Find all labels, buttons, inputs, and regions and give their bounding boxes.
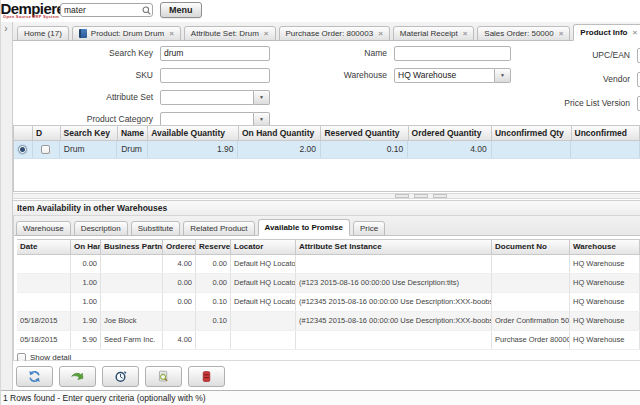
tab-label: Sales Order: 50000 [484, 29, 553, 38]
result-row-drum[interactable]: Drum Drum 1.90 2.00 0.10 4.00 [14, 141, 640, 159]
tab-close-icon[interactable]: × [169, 30, 174, 38]
discontinued-checkbox[interactable] [41, 145, 50, 154]
cell-ordered [163, 312, 196, 330]
cell-search-key: Drum [60, 141, 117, 158]
tab-label: Substitute [138, 224, 174, 233]
combo-dropdown-button[interactable]: ▼ [495, 68, 511, 83]
column-header[interactable]: Ordered Q [163, 239, 196, 255]
window-tab[interactable]: Material Receipt × [393, 26, 474, 41]
chevron-down-icon: ▼ [259, 95, 264, 100]
window-tab[interactable]: Attribute Set: Drum × [184, 26, 276, 41]
availability-row[interactable]: 1.00 0.00 0.10 Default HQ Locator (#1234… [17, 293, 640, 312]
column-header[interactable]: Ordered Quantity [409, 125, 492, 141]
tab-label: Related Product [190, 224, 247, 233]
availability-row[interactable]: 05/18/2015 1.90 Joe Block 0.10 (#12345 2… [17, 312, 640, 331]
cell-ordered: 0.00 [163, 274, 196, 292]
column-header[interactable]: Business Partner [101, 239, 163, 255]
zoom-button[interactable] [59, 366, 96, 387]
cell-reserved: 0.00 [196, 274, 231, 292]
reset-button[interactable] [188, 366, 225, 387]
column-header[interactable]: Available Quantity [148, 125, 239, 141]
column-header[interactable]: Unconfirmed Qty [492, 125, 572, 141]
window-tab[interactable]: Sales Order: 50000 × [477, 26, 570, 41]
field-label: Attribute Set [13, 92, 160, 102]
refresh-button[interactable] [16, 366, 53, 387]
column-header[interactable]: Document No [492, 239, 570, 255]
product-info-window: { "header": { "logo_title": "iDempiere",… [0, 0, 640, 405]
panel-splitter[interactable] [13, 193, 640, 199]
form-input[interactable] [160, 68, 270, 83]
row-select-radio[interactable] [18, 145, 27, 154]
field-label: UPC/EAN [513, 50, 637, 60]
field-label: Name [273, 48, 394, 58]
availability-panel-title: Item Availability in other Warehouses [13, 200, 640, 216]
menu-button[interactable]: Menu [160, 2, 202, 18]
cell-business-partner: Joe Block [101, 312, 163, 330]
column-header[interactable]: Reserved [196, 239, 231, 255]
tab-label: Price [360, 224, 378, 233]
red-stack-icon [200, 370, 213, 383]
cell-business-partner [101, 293, 163, 311]
splitter-grip[interactable] [433, 194, 447, 198]
column-header[interactable]: Name [118, 125, 148, 141]
column-header[interactable]: Unconfirmed [572, 125, 640, 141]
splitter-grip[interactable] [395, 194, 409, 198]
expand-sidebar-chevron-icon[interactable]: › [0, 24, 12, 34]
cell-ordered-quantity: 4.00 [408, 141, 491, 158]
splitter-grip[interactable] [414, 194, 428, 198]
green-arrow-icon [68, 367, 86, 385]
form-input[interactable] [160, 46, 270, 61]
form-row: Name [273, 42, 518, 64]
tab-close-icon[interactable]: × [378, 30, 383, 38]
column-header[interactable]: Attribute Set Instance [296, 239, 492, 255]
form-input[interactable] [160, 90, 254, 105]
field-label: Search Key [13, 48, 160, 58]
tab-close-icon[interactable]: × [632, 29, 637, 37]
column-header[interactable]: Reserved Quantity [321, 125, 408, 141]
column-header[interactable]: On Hand Q [71, 239, 101, 255]
column-header[interactable]: Date [17, 239, 71, 255]
availability-tab[interactable]: Related Product [183, 221, 254, 236]
cell-reserved: 0.10 [196, 293, 231, 311]
column-header[interactable]: Search Key [61, 125, 118, 141]
availability-tab[interactable]: Warehouse [16, 221, 71, 236]
form-row: Price List Version [513, 91, 640, 115]
tab-close-icon[interactable]: × [463, 30, 468, 38]
tab-close-icon[interactable]: × [559, 30, 564, 38]
find-button[interactable] [145, 366, 182, 387]
cell-unconfirmed-qty [492, 141, 572, 158]
availability-row[interactable]: 1.00 0.00 0.00 Default HQ Locator (#123 … [17, 274, 640, 293]
availability-row[interactable]: 05/18/2015 5.90 Seed Farm Inc. 4.00 Purc… [17, 331, 640, 350]
column-header[interactable]: D [33, 125, 60, 141]
column-header[interactable]: Locator [231, 239, 296, 255]
form-input[interactable] [394, 46, 511, 61]
refresh-icon [28, 370, 41, 383]
cell-document-no: Purchase Order 800003 [492, 331, 570, 349]
availability-tab[interactable]: Substitute [131, 221, 181, 236]
tab-close-icon[interactable]: × [264, 30, 269, 38]
window-tab[interactable]: Product: Drum Drum × [72, 26, 181, 41]
cell-warehouse: HQ Warehouse [570, 255, 640, 273]
availability-tab[interactable]: Description [74, 221, 128, 236]
column-header[interactable]: Warehouse [570, 239, 640, 255]
splitter-grip-icons[interactable] [395, 194, 447, 198]
tab-label: Purchase Order: 800003 [286, 29, 374, 38]
availability-tab[interactable]: Price [353, 221, 385, 236]
column-header[interactable]: On Hand Quantity [239, 125, 321, 141]
field-label: Vendor [513, 74, 637, 84]
window-tab[interactable]: Product Info × [573, 24, 640, 41]
product-book-icon [79, 29, 87, 38]
availability-tab[interactable]: Available to Promise [258, 219, 350, 236]
window-tab[interactable]: Purchase Order: 800003 × [279, 26, 390, 41]
availability-row[interactable]: 0.00 4.00 0.00 Default HQ Locator HQ War… [17, 255, 640, 274]
chevron-down-icon: ▼ [259, 117, 264, 122]
search-icon[interactable] [140, 4, 152, 16]
cell-business-partner [101, 274, 163, 292]
window-tab[interactable]: Home (17) [17, 26, 69, 41]
form-input[interactable] [394, 68, 495, 83]
field-label: SKU [13, 70, 160, 80]
combo-dropdown-button[interactable]: ▼ [254, 90, 270, 105]
global-search-input[interactable] [61, 5, 140, 15]
history-button[interactable] [102, 366, 139, 387]
tab-label: Available to Promise [265, 223, 343, 232]
